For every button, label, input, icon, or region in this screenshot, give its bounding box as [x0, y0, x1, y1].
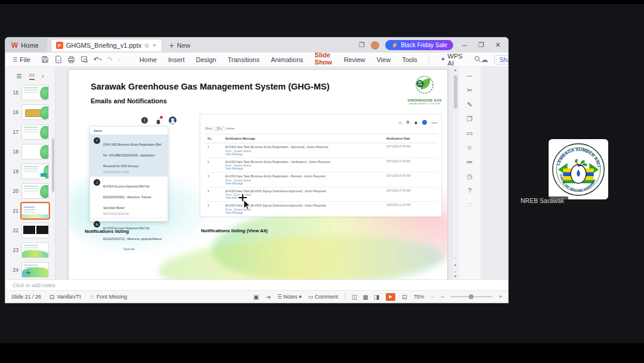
slide-thumbnail-20[interactable]: 20	[10, 183, 49, 199]
slide-thumbnail-23[interactable]: 23	[10, 242, 49, 258]
shapes-icon[interactable]: ❐	[467, 116, 473, 122]
slide-thumbnail-21-selected[interactable]: 21	[10, 203, 49, 219]
view-message-link[interactable]: View Message	[225, 167, 386, 170]
slide-thumbnail-19[interactable]: 19	[10, 164, 49, 179]
share-button[interactable]: Share ▾	[494, 55, 509, 64]
favorites-icon[interactable]: ☆	[467, 144, 473, 151]
theme-button[interactable]: ⊡ VanillaVTI	[49, 294, 81, 300]
apps-grid-icon[interactable]: ∷	[467, 202, 472, 208]
document-tab[interactable]: P GHGMS_Briefing_v1.pptx ◎ ✶	[51, 39, 162, 51]
view-message-link[interactable]: View Message	[225, 182, 386, 185]
slide-nav-dots-icon[interactable]: ∗	[454, 263, 457, 267]
history-clock-icon[interactable]: ◷	[467, 173, 473, 180]
promo-button[interactable]: ⚡ Black Friday Sale	[385, 40, 453, 50]
view-message-link[interactable]: View Message	[225, 211, 386, 214]
zoom-level[interactable]: 75%	[414, 294, 425, 300]
new-tab-button[interactable]: + New	[169, 41, 190, 50]
notification-date: 30/7/2025 07:49 AM	[386, 145, 438, 156]
alert-item[interactable]: T [GHG-MS] Business Entity Registration …	[90, 135, 168, 177]
quick-tools-icon[interactable]: ✂	[467, 87, 472, 94]
comment-pane-icon[interactable]: ▭	[466, 130, 472, 137]
scroll-down-icon[interactable]: ▼	[454, 275, 457, 278]
menu-bar: ☰ File ↶▾ ↷ ⌄ Home Insert Design Transit	[5, 53, 508, 67]
reading-view-icon[interactable]: ◨	[374, 294, 379, 300]
wps-home-tab[interactable]: W Home	[5, 38, 47, 53]
tab-home[interactable]: Home	[140, 56, 157, 63]
tab-transitions[interactable]: Transitions	[228, 56, 259, 63]
redo-button[interactable]: ↷	[107, 56, 113, 63]
tab-design[interactable]: Design	[196, 56, 216, 63]
slide-sorter-icon[interactable]: ▦	[363, 294, 368, 300]
search-icon[interactable]	[474, 56, 481, 64]
slide-thumbnail-17[interactable]: 17	[10, 124, 49, 140]
previous-slide-icon[interactable]: ⌃	[454, 257, 457, 261]
page-size-select[interactable]: 10 ▾	[213, 127, 225, 131]
print-preview-icon[interactable]	[80, 56, 88, 63]
fit-slide-icon[interactable]: ⊡	[402, 294, 407, 300]
add-slide-button[interactable]: +	[26, 267, 31, 277]
alert-item[interactable]: J EnVISS Account Approved [Ref No. ES/20…	[90, 177, 168, 219]
spellcheck-icon[interactable]: ▣	[253, 294, 259, 300]
row-number: 4	[205, 189, 225, 200]
close-button[interactable]: ✕	[493, 41, 503, 49]
tab-view[interactable]: View	[376, 56, 391, 63]
minimize-button[interactable]: ─	[459, 42, 470, 49]
settings-sliders-icon[interactable]: ≔	[466, 159, 473, 165]
beautify-icon[interactable]: ✎	[467, 101, 472, 108]
normal-view-icon[interactable]: ◫	[352, 294, 357, 300]
user-avatar[interactable]	[371, 41, 379, 50]
font-missing-label: Font Missing	[97, 294, 127, 300]
current-slide[interactable]: Sarawak Greenhouse Gas Management System…	[68, 69, 448, 281]
panel-scrollbar[interactable]	[52, 139, 54, 192]
collapse-pane-icon[interactable]: ─	[467, 73, 472, 79]
notes-bar[interactable]: Click to add notes	[5, 279, 508, 290]
tab-animations[interactable]: Animations	[271, 56, 303, 63]
zoom-slider[interactable]	[451, 296, 493, 297]
zoom-in-button[interactable]: +	[499, 294, 502, 300]
scrollbar-thumb[interactable]	[454, 75, 457, 109]
thumbnail-view-icon[interactable]: ▭	[29, 72, 35, 80]
slideshow-play-button[interactable]: ▶	[386, 293, 395, 301]
slide-thumbnail-16[interactable]: 16	[10, 104, 49, 120]
scroll-up-icon[interactable]: ▲	[453, 68, 458, 72]
tab-sync-icon[interactable]: ◎	[144, 42, 149, 48]
print-icon[interactable]	[67, 56, 75, 63]
alert-initial-badge: N	[94, 221, 100, 227]
zoom-slider-knob[interactable]	[469, 294, 473, 299]
slide-thumbnail-15[interactable]: 15	[10, 85, 49, 100]
export-pdf-icon[interactable]	[54, 56, 62, 63]
notes-toggle[interactable]: ☰ Notes ▾	[277, 294, 302, 300]
comment-button[interactable]: ▭ Comment	[308, 294, 338, 300]
help-icon[interactable]: ?	[467, 187, 471, 194]
maximize-button[interactable]: ❐	[476, 41, 487, 49]
file-menu-label: File	[20, 56, 30, 63]
tab-slide-show[interactable]: Slide Show	[315, 51, 333, 68]
tab-review[interactable]: Review	[343, 56, 365, 63]
handout-icon[interactable]: ⇥	[265, 294, 270, 300]
home-tab-label: Home	[21, 42, 38, 49]
outline-view-icon[interactable]: ☰	[17, 73, 22, 79]
panel-collapse-icon[interactable]: ›	[42, 73, 44, 79]
next-slide-icon[interactable]: ⌄	[454, 269, 457, 273]
caption-notifications-view-all: Notifications listing (View All)	[201, 228, 268, 233]
zoom-caret-icon[interactable]: ⌄	[431, 294, 435, 299]
wps-ai-button[interactable]: ✦ WPS AI	[440, 53, 462, 67]
save-icon[interactable]	[41, 56, 49, 63]
alert-time: 30/07/2025 09:09 AM	[103, 213, 164, 216]
zoom-out-button[interactable]: −	[441, 294, 444, 300]
slide-thumbnail-18[interactable]: 18	[10, 144, 49, 159]
toolbar-customize-icon[interactable]: ⌄	[118, 57, 122, 62]
file-menu-button[interactable]: ☰ File	[5, 56, 36, 63]
tab-list-icon[interactable]: ❐	[359, 41, 365, 49]
slide-thumbnail-22[interactable]: 22	[10, 223, 49, 238]
view-all-link[interactable]: View all	[90, 245, 168, 253]
view-message-link[interactable]: View Message	[225, 153, 386, 156]
cloud-sync-icon[interactable]: ☁	[481, 56, 488, 64]
font-missing-warning[interactable]: ⚠ Font Missing	[89, 294, 127, 300]
canvas-scrollbar[interactable]: ▲ ⌃ ∗ ⌄ ▼	[452, 67, 458, 281]
tab-insert[interactable]: Insert	[168, 56, 185, 63]
undo-button[interactable]: ↶▾	[94, 56, 102, 63]
slide-number: 20	[10, 188, 18, 194]
participant-video-tile[interactable]: LEMBAGA SUMBER ASLI DAN ALAM SEKITAR SAR…	[549, 139, 608, 199]
tab-tools[interactable]: Tools	[402, 56, 417, 63]
